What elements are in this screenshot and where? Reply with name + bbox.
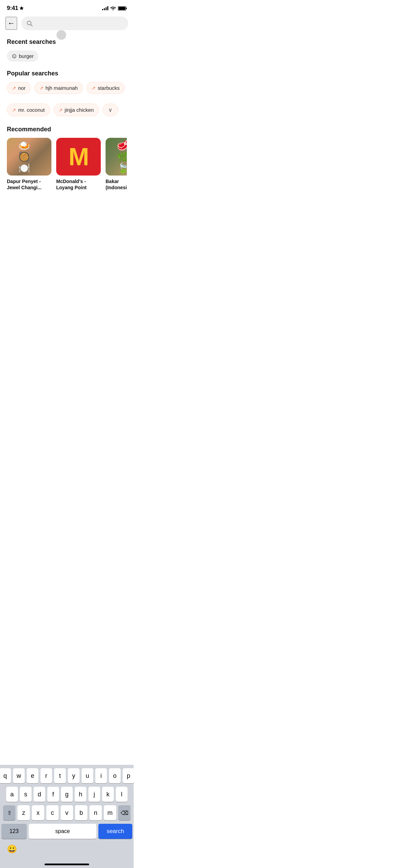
status-bar: 9:41: [0, 0, 134, 14]
rec-name-mcdonalds: McDonald's -Loyang Point: [56, 178, 101, 191]
trend-icon: ↗: [12, 85, 16, 91]
popular-chip-label: nor: [18, 85, 26, 91]
rec-image-dapur: [7, 138, 51, 176]
popular-chips-row1: ↗ nor ↗ hjh maimunah ↗ starbucks: [7, 82, 127, 94]
popular-chip-mrcoconut[interactable]: ↗ mr. coconut: [7, 104, 50, 116]
popular-chips-row2: ↗ mr. coconut ↗ jinjja chicken ∨: [7, 104, 127, 116]
rec-card-bakar[interactable]: Bakar(Indonesian B...: [106, 138, 127, 191]
rec-image-mcdonalds: M: [56, 138, 101, 176]
rec-card-dapur[interactable]: Dapur Penyet -Jewel Changi...: [7, 138, 51, 191]
popular-chip-jinjja[interactable]: ↗ jinjja chicken: [53, 104, 99, 116]
signal-icon: [102, 6, 108, 10]
trend-icon: ↗: [39, 85, 44, 91]
back-button[interactable]: ←: [5, 17, 17, 30]
location-icon: [20, 6, 24, 10]
recommended-title: Recommended: [7, 126, 127, 133]
svg-rect-1: [126, 8, 127, 9]
trend-icon: ↗: [92, 85, 96, 91]
status-time: 9:41: [7, 5, 18, 12]
search-icon: [27, 21, 33, 26]
history-icon: [12, 54, 17, 59]
food-visual-dapur: [7, 138, 51, 176]
main-content: Recent searches burger Popular searches …: [0, 34, 134, 193]
popular-chip-nor[interactable]: ↗ nor: [7, 82, 31, 94]
popular-chip-label: jinjja chicken: [65, 107, 94, 113]
recent-searches-section: Recent searches burger: [7, 38, 127, 62]
food-visual-bakar: [106, 138, 127, 176]
search-input[interactable]: [35, 20, 123, 27]
ripple-indicator: [57, 30, 66, 40]
wifi-icon: [110, 6, 116, 10]
battery-icon: [118, 6, 127, 11]
mcdonalds-logo: M: [69, 144, 88, 169]
popular-chip-label: mr. coconut: [18, 107, 45, 113]
popular-searches-section: Popular searches ↗ nor ↗ hjh maimunah ↗ …: [7, 70, 127, 116]
recommended-list: Dapur Penyet -Jewel Changi... M McDonald…: [7, 138, 127, 193]
trend-icon: ↗: [12, 107, 16, 113]
trend-icon: ↗: [59, 107, 63, 113]
recent-chip-label: burger: [19, 53, 34, 59]
svg-rect-2: [119, 7, 125, 10]
popular-chip-label: starbucks: [98, 85, 120, 91]
popular-chip-starbucks[interactable]: ↗ starbucks: [86, 82, 125, 94]
recent-chips: burger: [7, 50, 127, 62]
rec-image-bakar: [106, 138, 127, 176]
recommended-section: Recommended Dapur Penyet -Jewel Changi..…: [7, 126, 127, 193]
popular-chip-hjh[interactable]: ↗ hjh maimunah: [34, 82, 83, 94]
search-area: ←: [0, 14, 134, 34]
popular-chip-label: hjh maimunah: [46, 85, 78, 91]
rec-name-dapur: Dapur Penyet -Jewel Changi...: [7, 178, 51, 191]
search-input-wrap[interactable]: [21, 16, 128, 30]
svg-line-4: [31, 24, 32, 26]
status-icons: [102, 6, 127, 11]
rec-card-mcdonalds[interactable]: M McDonald's -Loyang Point: [56, 138, 101, 191]
more-button[interactable]: ∨: [102, 104, 118, 116]
chevron-down-icon: ∨: [108, 107, 112, 113]
rec-name-bakar: Bakar(Indonesian B...: [106, 178, 127, 191]
recent-searches-title: Recent searches: [7, 38, 127, 46]
recent-chip-burger[interactable]: burger: [7, 50, 38, 62]
popular-searches-title: Popular searches: [7, 70, 127, 77]
